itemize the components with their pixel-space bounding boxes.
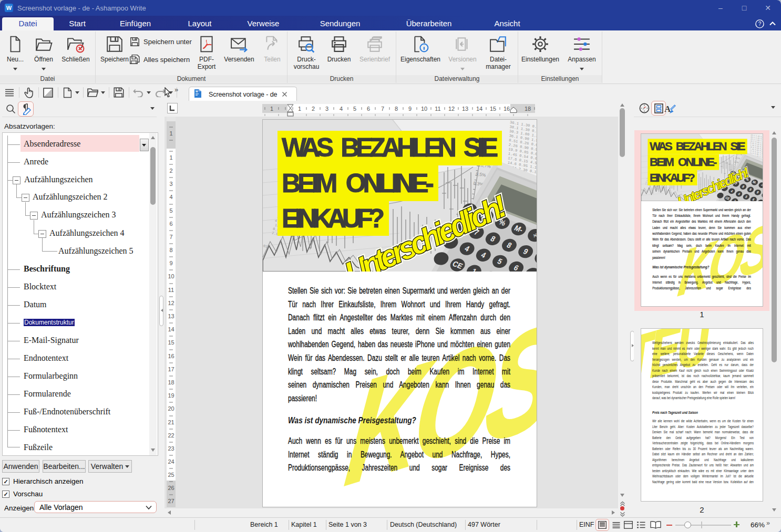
svg-text:16: 16	[503, 106, 510, 112]
svg-text:13: 13	[462, 106, 468, 112]
svg-text:9: 9	[169, 260, 172, 266]
svg-text:24: 24	[168, 458, 174, 465]
svg-text:12: 12	[448, 106, 455, 112]
svg-text:8: 8	[395, 106, 398, 112]
svg-text:14: 14	[168, 326, 174, 332]
svg-text:6: 6	[169, 221, 172, 227]
svg-text:5: 5	[353, 106, 356, 112]
svg-text:A: A	[664, 104, 671, 114]
svg-text:?: ?	[758, 21, 762, 27]
svg-text:7: 7	[169, 234, 172, 240]
svg-text:11: 11	[168, 287, 174, 293]
svg-text:26: 26	[168, 485, 174, 491]
svg-text:10: 10	[168, 273, 174, 279]
svg-text:17: 17	[168, 366, 174, 372]
svg-text:16: 16	[168, 353, 174, 359]
svg-text:25: 25	[168, 472, 174, 478]
svg-text:27: 27	[168, 498, 174, 504]
svg-text:23: 23	[168, 445, 174, 452]
svg-text:BEIM ONLINE-: BEIM ONLINE-	[650, 155, 717, 169]
svg-text:2: 2	[169, 168, 172, 174]
svg-text:WAS BEZAHLEN SIE: WAS BEZAHLEN SIE	[650, 140, 746, 153]
svg-text:W: W	[196, 90, 198, 93]
svg-text:5: 5	[169, 207, 172, 214]
svg-text:BEIM ONLINE-: BEIM ONLINE-	[282, 169, 434, 198]
svg-text:6: 6	[367, 106, 370, 112]
svg-text:1: 1	[298, 106, 301, 112]
svg-text:15: 15	[490, 106, 496, 112]
svg-text:14: 14	[476, 106, 482, 112]
svg-text:4: 4	[340, 106, 343, 112]
svg-text:20: 20	[168, 405, 174, 412]
svg-text:18: 18	[525, 106, 531, 112]
svg-text:3: 3	[169, 181, 172, 187]
svg-text:1: 1	[169, 130, 172, 137]
svg-text:EINKAUF?: EINKAUF?	[650, 171, 695, 184]
svg-text:2: 2	[312, 106, 315, 112]
svg-text:21: 21	[168, 419, 174, 425]
svg-text:15: 15	[168, 339, 174, 346]
svg-text:18: 18	[168, 379, 174, 385]
svg-text:8: 8	[169, 247, 172, 253]
svg-text:11: 11	[435, 106, 440, 112]
svg-text:12: 12	[168, 300, 174, 306]
svg-text:10: 10	[421, 106, 427, 112]
svg-text:3: 3	[325, 106, 328, 112]
svg-text:13: 13	[168, 313, 174, 319]
svg-text:9: 9	[408, 106, 412, 112]
svg-text:19: 19	[168, 392, 174, 399]
svg-text:1: 1	[169, 154, 172, 161]
svg-text:22: 22	[168, 432, 174, 439]
svg-text:EINKAUF?: EINKAUF?	[282, 204, 385, 233]
svg-text:7: 7	[381, 106, 384, 112]
svg-text:4: 4	[169, 194, 172, 200]
svg-text:1: 1	[270, 106, 273, 112]
svg-text:WAS BEZAHLEN SIE: WAS BEZAHLEN SIE	[282, 133, 498, 162]
